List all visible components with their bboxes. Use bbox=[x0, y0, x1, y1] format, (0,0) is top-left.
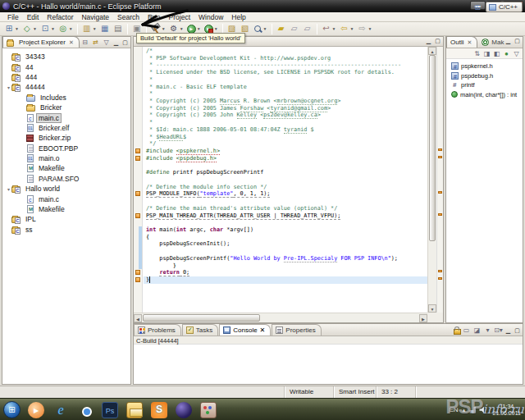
overview-problem-mark[interactable] bbox=[438, 191, 442, 194]
tree-item-ipl[interactable]: IPL bbox=[2, 214, 130, 224]
code-line[interactable]: * bbox=[146, 90, 427, 98]
taskbar-ie-icon[interactable] bbox=[52, 402, 69, 418]
horizontal-scroll-thumb[interactable] bbox=[143, 314, 260, 322]
menu-navigate[interactable]: Navigate bbox=[77, 13, 113, 21]
menu-edit[interactable]: Edit bbox=[23, 13, 43, 21]
maximize-editor-icon[interactable]: ▢ bbox=[434, 38, 441, 44]
hide-static-icon[interactable]: ◧ bbox=[492, 49, 501, 58]
taskbar-photoshop-icon[interactable] bbox=[102, 402, 118, 418]
code-line[interactable] bbox=[146, 176, 427, 184]
save-button[interactable]: ▦ bbox=[99, 23, 111, 34]
collapse-all-icon[interactable]: ⊟ bbox=[80, 38, 89, 47]
code-line[interactable]: PSP_MAIN_THREAD_ATTR(THREAD_ATTR_USER | … bbox=[146, 212, 427, 220]
dropdown-arrow-icon[interactable]: ▼ bbox=[332, 26, 336, 31]
code-line[interactable]: /* Define the module info section */ bbox=[146, 184, 427, 191]
code-line[interactable]: return 0; bbox=[146, 269, 427, 276]
problem-marker-icon[interactable] bbox=[135, 191, 140, 196]
annotation-ruler[interactable] bbox=[134, 47, 143, 313]
outline-item-pspdebug.h[interactable]: pspdebug.h bbox=[446, 71, 523, 81]
close-outline-icon[interactable]: ✕ bbox=[467, 39, 472, 46]
new-file-button[interactable]: ▥▼ bbox=[81, 23, 98, 34]
dropdown-arrow-icon[interactable]: ▼ bbox=[197, 26, 201, 31]
maximize-view-icon[interactable]: ▢ bbox=[121, 39, 129, 46]
code-line[interactable]: * Copyright (c) 2005 John Kelley <ps2dev… bbox=[146, 112, 427, 119]
dropdown-arrow-icon[interactable]: ▼ bbox=[93, 26, 97, 31]
dropdown-arrow-icon[interactable]: ▼ bbox=[69, 26, 73, 31]
outline-item-printf[interactable]: printf bbox=[446, 80, 523, 90]
overview-ruler[interactable] bbox=[436, 47, 443, 313]
tree-twisty-icon[interactable]: ▾ bbox=[6, 84, 11, 90]
tree-item-bricker-zip[interactable]: Bricker.zip bbox=[2, 133, 130, 143]
menu-window[interactable]: Window bbox=[194, 13, 227, 21]
perspective-cpp-button[interactable]: C/C++ bbox=[486, 2, 523, 12]
menu-help[interactable]: Help bbox=[227, 13, 249, 21]
search-button[interactable]: ▼ bbox=[253, 23, 268, 34]
code-line[interactable]: * --------------------------------------… bbox=[146, 62, 427, 69]
tree-item-includes[interactable]: Includes bbox=[2, 93, 130, 103]
dropdown-arrow-icon[interactable]: ▼ bbox=[33, 26, 37, 31]
menu-project[interactable]: Project bbox=[165, 13, 194, 21]
code-line[interactable]: * bbox=[146, 76, 427, 84]
overview-problem-mark[interactable] bbox=[438, 156, 442, 158]
mark-occurrences-button[interactable]: ▰ bbox=[276, 23, 287, 34]
tree-twisty-icon[interactable]: ▾ bbox=[6, 186, 11, 192]
dropdown-arrow-icon[interactable]: ▼ bbox=[368, 26, 372, 31]
view-menu-icon[interactable]: ▽ bbox=[102, 38, 111, 47]
scroll-down-arrow[interactable]: ▼ bbox=[428, 304, 436, 313]
tree-item-34343[interactable]: 34343 bbox=[2, 52, 130, 62]
tree-item-ss[interactable]: ss bbox=[2, 225, 130, 235]
outline-item-pspkernel.h[interactable]: pspkernel.h bbox=[446, 62, 523, 71]
dropdown-arrow-icon[interactable]: ▼ bbox=[51, 26, 55, 31]
tab-console[interactable]: Console✕ bbox=[219, 324, 271, 336]
overview-problem-mark[interactable] bbox=[438, 277, 442, 280]
open-console-icon[interactable]: ⊡▾ bbox=[494, 326, 503, 335]
tree-item-bricker-elf[interactable]: Bricker.elf bbox=[2, 123, 130, 133]
maximize-console-icon[interactable]: ▢ bbox=[514, 327, 521, 334]
dropdown-arrow-icon[interactable]: ▼ bbox=[349, 26, 354, 31]
make-targets-tab[interactable]: Mak bbox=[477, 36, 509, 48]
tree-item-main-o[interactable]: main.o bbox=[2, 153, 130, 163]
pin-console-icon[interactable]: ◪ bbox=[472, 326, 482, 335]
tree-item-444[interactable]: 444 bbox=[2, 72, 130, 82]
minimize-console-icon[interactable]: ▁ bbox=[504, 327, 512, 334]
taskbar-paint-icon[interactable] bbox=[200, 402, 217, 418]
code-line[interactable] bbox=[146, 162, 427, 170]
code-line[interactable]: * Licensed under the BSD license, see LI… bbox=[146, 69, 427, 76]
scroll-lock-icon[interactable] bbox=[453, 326, 460, 334]
overview-problem-mark[interactable] bbox=[438, 270, 442, 272]
menu-refactor[interactable]: Refactor bbox=[43, 13, 77, 21]
hidden-icons-arrow[interactable]: ▲ bbox=[462, 408, 467, 413]
problem-marker-icon[interactable] bbox=[135, 156, 140, 161]
maximize-outline-icon[interactable]: ▢ bbox=[514, 38, 521, 44]
code-line[interactable]: pspDebugScreenInit(); bbox=[146, 240, 427, 248]
vertical-scroll-thumb[interactable] bbox=[429, 55, 436, 241]
problem-marker-icon[interactable] bbox=[135, 148, 140, 153]
link-with-editor-icon[interactable]: ⇄ bbox=[91, 38, 100, 47]
hide-non-public-icon[interactable]: ● bbox=[502, 49, 511, 58]
code-line[interactable] bbox=[146, 198, 427, 205]
next-annotation-button[interactable]: ▱ bbox=[289, 23, 300, 34]
network-tray-icon[interactable] bbox=[469, 407, 476, 413]
menu-run[interactable]: Run bbox=[144, 13, 165, 21]
problem-marker-icon[interactable] bbox=[135, 277, 140, 282]
scroll-right-arrow[interactable]: ▶ bbox=[419, 314, 427, 322]
vertical-scrollbar[interactable]: ▲ ▼ bbox=[427, 47, 436, 313]
code-line[interactable]: #include <pspkernel.h> bbox=[146, 148, 427, 155]
clear-console-icon[interactable]: ▭ bbox=[462, 326, 471, 335]
new-class-button[interactable]: ◇▼ bbox=[21, 23, 38, 34]
tab-tasks[interactable]: Tasks bbox=[182, 324, 218, 336]
code-line[interactable]: * bbox=[146, 119, 427, 126]
scroll-left-arrow[interactable]: ◀ bbox=[134, 314, 142, 322]
back-button[interactable]: ⇦▼ bbox=[338, 23, 354, 34]
tree-item-bricker[interactable]: Bricker bbox=[2, 103, 130, 112]
code-line[interactable]: { bbox=[146, 234, 427, 241]
problem-marker-icon[interactable] bbox=[135, 270, 140, 275]
overview-problem-mark[interactable] bbox=[438, 148, 442, 151]
menu-file[interactable]: File bbox=[3, 13, 23, 21]
code-line[interactable]: int main(int argc, char *argv[]) bbox=[146, 226, 427, 234]
taskbar-skype-icon[interactable] bbox=[151, 402, 167, 418]
title-bar[interactable]: C/C++ - Hallo world/main.c - Eclipse Pla… bbox=[0, 0, 525, 12]
outline-view-menu-icon[interactable]: ▽ bbox=[512, 49, 521, 58]
code-line[interactable]: } bbox=[144, 276, 427, 284]
start-button[interactable]: ⊞ bbox=[3, 401, 21, 418]
